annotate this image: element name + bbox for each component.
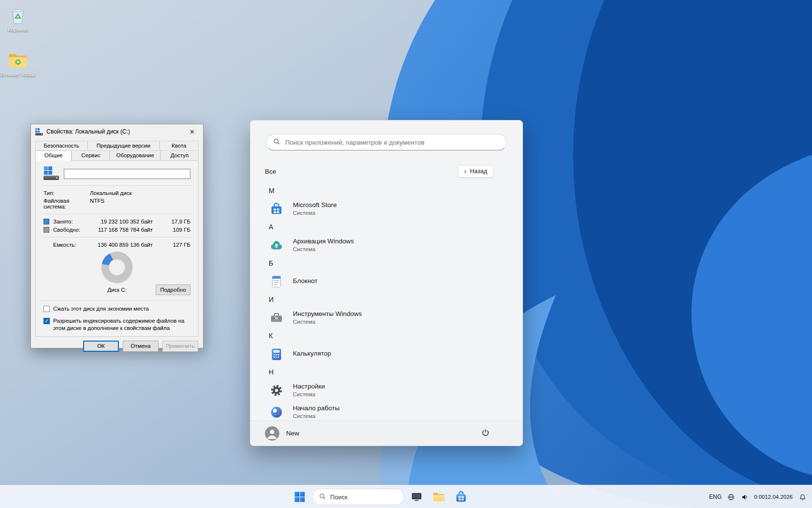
type-value: Локальный диск [90, 190, 131, 196]
dialog-titlebar[interactable]: Свойства: Локальный диск (C:) ✕ [31, 124, 203, 139]
windows-backup-icon [269, 238, 284, 253]
app-name: Настройки [293, 383, 325, 391]
notification-bell-icon [799, 493, 806, 501]
volume-button[interactable] [738, 487, 751, 507]
folder-icon [7, 50, 29, 70]
recycle-bin-shortcut[interactable]: Корзина [0, 5, 36, 33]
language-indicator[interactable]: ENG [707, 487, 724, 507]
free-bytes: 117 168 758 784 байт [91, 227, 163, 233]
compress-checkbox[interactable]: ✓ [44, 306, 50, 312]
details-button[interactable]: Подробно [156, 284, 190, 295]
app-name: Инструменты Windows [293, 310, 362, 318]
file-explorer-button[interactable] [429, 487, 449, 507]
drive-icon [44, 166, 59, 181]
app-row-windows-backup[interactable]: Архивация Windows Система [265, 234, 508, 256]
volume-label-input[interactable] [64, 169, 190, 179]
app-name: Калькулятор [293, 350, 331, 358]
app-subtitle: Система [293, 318, 362, 325]
taskbar-search[interactable]: Поиск [312, 489, 404, 505]
back-button[interactable]: ‹ Назад [458, 165, 493, 178]
taskbar-search-label: Поиск [330, 493, 348, 501]
used-space-row: Занято: 19 232 100 352 байт 17,9 ГБ [44, 219, 190, 224]
user-account-button[interactable]: New [265, 426, 477, 441]
tab-security[interactable]: Безопасность [35, 141, 87, 150]
app-subtitle: Система [293, 209, 337, 216]
letter-header-a[interactable]: А [265, 220, 508, 234]
power-button[interactable] [477, 425, 493, 442]
app-row-windows-tools[interactable]: Инструменты Windows Система [265, 307, 508, 329]
used-label: Занято: [53, 219, 91, 224]
search-icon [319, 493, 326, 501]
start-panel-footer: New [250, 420, 522, 446]
filesystem-label: Файловая система: [44, 198, 90, 209]
clock[interactable]: 0:00 12.04.2026 [751, 487, 796, 507]
app-row-settings[interactable]: Настройки Система [265, 379, 508, 401]
app-subtitle: Система [293, 391, 325, 398]
calculator-icon [269, 346, 284, 362]
tray-time: 0:00 [754, 493, 765, 501]
search-icon [273, 138, 280, 147]
index-checkbox-row[interactable]: ✓ Разрешить индексировать содержимое фай… [44, 317, 190, 332]
tab-sharing[interactable]: Доступ [160, 150, 199, 161]
microsoft-store-taskbar-button[interactable] [451, 487, 471, 507]
filter-all[interactable]: Все [265, 168, 276, 175]
notifications-button[interactable] [796, 487, 809, 507]
app-row-get-started[interactable]: Начало работы Система [265, 401, 508, 420]
tab-previous-versions[interactable]: Предыдущие версии [87, 141, 159, 150]
letter-header-n[interactable]: Н [265, 365, 508, 379]
free-swatch [44, 227, 49, 233]
used-size: 17,9 ГБ [163, 219, 190, 224]
power-icon [481, 429, 490, 438]
capacity-label: Емкость: [53, 242, 91, 248]
settings-gear-icon [269, 383, 284, 398]
tab-tools[interactable]: Сервис [72, 150, 110, 161]
app-row-calculator[interactable]: Калькулятор [265, 343, 508, 365]
start-button[interactable] [290, 487, 309, 507]
desktop-icon-label: Корзина [8, 27, 28, 33]
browser-install-shortcut[interactable]: Browser Install [0, 50, 36, 78]
taskbar: Поиск [0, 485, 812, 508]
app-name: Блокнот [293, 277, 318, 285]
free-space-row: Свободно: 117 168 758 784 байт 109 ГБ [44, 227, 190, 233]
app-name: Архивация Windows [293, 238, 354, 246]
start-search-panel: Все ‹ Назад М Microsoft Store Система А [250, 120, 523, 446]
file-explorer-icon [432, 491, 446, 503]
index-checkbox-label: Разрешить индексировать содержимое файло… [53, 317, 190, 332]
app-row-notepad[interactable]: Блокнот [265, 270, 508, 292]
app-name: Microsoft Store [293, 201, 337, 209]
general-tab-page: Тип: Локальный диск Файловая система: NT… [35, 160, 199, 337]
capacity-row: Емкость: 136 400 859 136 байт 127 ГБ [44, 242, 190, 248]
letter-header-b[interactable]: Б [265, 256, 508, 270]
letter-header-i[interactable]: И [265, 292, 508, 307]
app-name: Начало работы [293, 404, 340, 413]
microsoft-store-icon [455, 491, 467, 503]
letter-header-m[interactable]: М [265, 183, 508, 198]
cancel-button[interactable]: Отмена [123, 341, 159, 352]
tab-general[interactable]: Общие [35, 150, 72, 161]
user-name: New [286, 430, 299, 437]
close-icon[interactable]: ✕ [181, 125, 203, 139]
tab-quota[interactable]: Квота [160, 141, 199, 150]
windows-tools-icon [269, 310, 284, 326]
monitor-icon [410, 491, 423, 503]
notepad-icon [269, 274, 284, 289]
drive-small-icon [35, 128, 44, 135]
search-input[interactable] [285, 139, 500, 146]
check-icon: ✓ [44, 318, 49, 324]
capacity-size: 127 ГБ [163, 242, 190, 248]
letter-header-k[interactable]: К [265, 329, 508, 343]
chevron-left-icon: ‹ [464, 167, 466, 175]
compress-checkbox-row[interactable]: ✓ Сжать этот диск для экономии места [44, 305, 190, 313]
taskbar-app-monitor[interactable] [407, 487, 426, 507]
network-button[interactable] [724, 487, 738, 507]
ok-button[interactable]: ОК [83, 341, 119, 352]
index-checkbox[interactable]: ✓ [44, 318, 50, 324]
apply-button[interactable]: Применить [162, 341, 198, 352]
back-button-label: Назад [470, 168, 487, 175]
globe-network-icon [727, 493, 735, 501]
app-row-microsoft-store[interactable]: Microsoft Store Система [265, 198, 508, 220]
get-started-icon [269, 404, 284, 420]
capacity-bytes: 136 400 859 136 байт [91, 242, 163, 248]
tab-hardware[interactable]: Оборудование [110, 150, 160, 161]
search-box[interactable] [266, 134, 507, 150]
